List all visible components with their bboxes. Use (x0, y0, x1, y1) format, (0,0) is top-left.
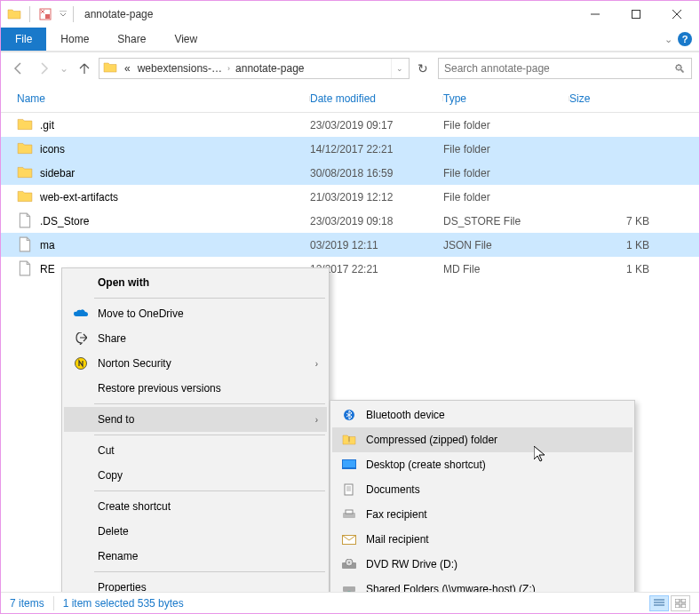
svg-rect-1 (45, 14, 50, 19)
norton-icon (69, 357, 92, 370)
svg-rect-29 (681, 604, 686, 608)
sendto-mail[interactable]: Mail recipient (332, 527, 632, 552)
context-menu: Open with Move to OneDrive Share Norton … (61, 267, 330, 602)
breadcrumb-prefix[interactable]: « (121, 62, 134, 75)
file-row[interactable]: ma03/2019 12:11JSON File1 KB (1, 233, 699, 257)
details-view-button[interactable] (649, 595, 669, 611)
folder-icon (17, 188, 35, 206)
ctx-send-to[interactable]: Send to› (64, 407, 327, 432)
search-input[interactable] (444, 62, 674, 75)
file-row[interactable]: web-ext-artifacts21/03/2019 12:12File fo… (1, 185, 699, 209)
file-name: .git (40, 119, 310, 132)
svg-rect-26 (675, 599, 680, 602)
col-size[interactable]: Size (569, 92, 649, 105)
column-headers: Name Date modified Type Size (1, 84, 699, 113)
maximize-button[interactable] (616, 2, 656, 27)
minimize-button[interactable] (575, 2, 616, 27)
file-type: File folder (443, 143, 569, 155)
chevron-right-icon[interactable]: › (226, 64, 232, 73)
title-bar: annotate-page (1, 1, 699, 28)
file-icon (17, 236, 35, 254)
forward-button[interactable] (33, 58, 54, 79)
ctx-cut[interactable]: Cut (64, 438, 327, 463)
history-dropdown-icon[interactable]: ⌄ (60, 62, 68, 75)
file-type: MD File (443, 263, 569, 275)
svg-rect-27 (681, 599, 686, 602)
ctx-open-with[interactable]: Open with (64, 270, 327, 295)
svg-rect-3 (632, 11, 640, 19)
ctx-create-shortcut[interactable]: Create shortcut (64, 494, 327, 519)
file-type: File folder (443, 191, 569, 203)
ctx-restore[interactable]: Restore previous versions (64, 376, 327, 401)
chevron-right-icon: › (315, 415, 322, 425)
file-list: .git23/03/2019 09:17File foldericons14/1… (1, 113, 699, 281)
file-date: 23/03/2019 09:18 (310, 215, 443, 227)
ctx-share[interactable]: Share (64, 326, 327, 351)
file-name: .DS_Store (40, 215, 310, 227)
breadcrumb[interactable]: « webextensions-… › annotate-page ⌄ (99, 58, 410, 79)
folder-icon (17, 140, 35, 158)
file-row[interactable]: sidebar30/08/2018 16:59File folder (1, 161, 699, 185)
sendto-desktop[interactable]: Desktop (create shortcut) (332, 452, 632, 477)
col-name[interactable]: Name (17, 92, 310, 105)
ctx-norton[interactable]: Norton Security› (64, 351, 327, 376)
file-date: 23/03/2019 09:17 (310, 119, 443, 132)
help-icon[interactable]: ? (678, 32, 692, 46)
back-button[interactable] (8, 58, 29, 79)
sendto-compressed[interactable]: Compressed (zipped) folder (332, 427, 632, 452)
send-to-submenu: Bluetooth device Compressed (zipped) fol… (330, 400, 635, 604)
sendto-documents[interactable]: Documents (332, 477, 632, 502)
ctx-delete[interactable]: Delete (64, 519, 327, 544)
status-item-count: 7 items (10, 597, 44, 610)
file-icon (17, 260, 35, 278)
file-tab[interactable]: File (1, 28, 46, 51)
navigation-bar: ⌄ « webextensions-… › annotate-page ⌄ ↻ … (1, 52, 699, 84)
close-button[interactable] (656, 2, 697, 27)
svg-rect-12 (345, 484, 353, 495)
ctx-move-onedrive[interactable]: Move to OneDrive (64, 301, 327, 326)
refresh-button[interactable]: ↻ (413, 59, 433, 78)
svg-point-21 (348, 562, 350, 563)
onedrive-icon (69, 309, 92, 318)
qat-dropdown-icon[interactable] (57, 5, 69, 23)
file-type: DS_STORE File (443, 215, 569, 227)
tab-share[interactable]: Share (103, 28, 160, 51)
file-date: 03/2019 12:11 (310, 239, 443, 251)
svg-rect-17 (346, 510, 353, 514)
breadcrumb-seg-1[interactable]: annotate-page (232, 62, 307, 75)
search-box[interactable]: 🔍︎ (438, 58, 692, 79)
file-row[interactable]: .DS_Store23/03/2019 09:18DS_STORE File7 … (1, 209, 699, 233)
location-folder-icon (103, 60, 119, 76)
file-name: icons (40, 143, 310, 155)
expand-ribbon-icon[interactable]: ⌄ (664, 34, 672, 45)
tab-home[interactable]: Home (46, 28, 103, 51)
sendto-fax[interactable]: Fax recipient (332, 502, 632, 527)
sendto-dvd[interactable]: DVD RW Drive (D:) (332, 552, 632, 577)
sendto-bluetooth[interactable]: Bluetooth device (332, 403, 632, 427)
search-icon[interactable]: 🔍︎ (674, 62, 686, 76)
share-icon (69, 332, 92, 345)
icons-view-button[interactable] (671, 595, 690, 611)
up-button[interactable] (74, 58, 95, 79)
breadcrumb-dropdown-icon[interactable]: ⌄ (391, 59, 407, 78)
file-type: JSON File (443, 239, 569, 251)
file-date: 21/03/2019 12:12 (310, 191, 443, 203)
mail-icon (338, 535, 361, 545)
bluetooth-icon (338, 409, 361, 421)
file-row[interactable]: .git23/03/2019 09:17File folder (1, 113, 699, 137)
ctx-rename[interactable]: Rename (64, 544, 327, 569)
folder-icon (17, 116, 35, 134)
tab-view[interactable]: View (160, 28, 211, 51)
col-date[interactable]: Date modified (310, 92, 443, 105)
col-type[interactable]: Type (443, 92, 569, 105)
properties-qat-icon[interactable] (37, 6, 53, 22)
breadcrumb-seg-0[interactable]: webextensions-… (134, 62, 226, 75)
qat-separator2 (73, 6, 74, 22)
file-name: web-ext-artifacts (40, 191, 310, 203)
file-row[interactable]: icons14/12/2017 22:21File folder (1, 137, 699, 161)
file-name: sidebar (40, 167, 310, 179)
window-title: annotate-page (84, 8, 153, 20)
ctx-copy[interactable]: Copy (64, 463, 327, 488)
ribbon: File Home Share View ⌄ ? (1, 28, 699, 51)
qat-separator (29, 6, 30, 22)
